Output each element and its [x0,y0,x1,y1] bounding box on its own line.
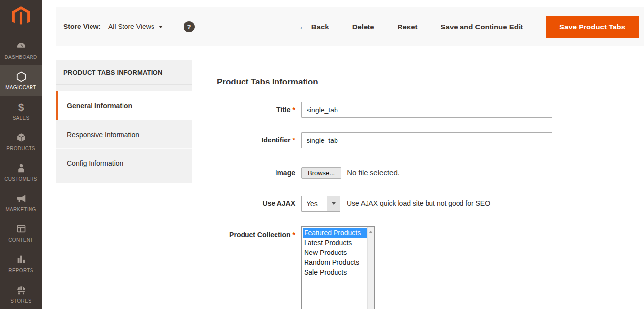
title-input[interactable] [301,102,552,118]
back-arrow-icon: ← [299,23,307,30]
sidebar-divider [4,33,38,33]
product-collection-label: Product Collection* [217,226,295,239]
identifier-input[interactable] [301,132,552,148]
chevron-down-icon[interactable] [159,26,163,28]
delete-button[interactable]: Delete [352,23,374,31]
help-icon[interactable]: ? [184,21,195,32]
store-view-value[interactable]: All Store Views [108,23,154,30]
magento-logo-icon[interactable] [0,0,42,33]
product-collection-row: Product Collection* Featured Products La… [217,226,375,309]
store-view-label: Store View: [63,23,101,30]
sidebar-item-sales[interactable]: $ SALES [0,96,42,126]
sidebar-item-label: DASHBOARD [4,55,37,60]
select-scrollbar[interactable] [367,227,374,309]
stores-icon [16,284,27,296]
sidebar-item-label: CUSTOMERS [4,176,37,182]
use-ajax-row: Use AJAX Yes Use AJAX quick load site bu… [217,196,490,212]
tab-responsive-information[interactable]: Responsive Information [56,120,192,148]
sidebar-item-label: MARKETING [5,207,36,212]
option-featured-products[interactable]: Featured Products [303,228,367,238]
sidebar-item-magiccart[interactable]: MAGICCART [0,65,42,96]
sidebar-item-customers[interactable]: CUSTOMERS [0,157,42,187]
use-ajax-select[interactable]: Yes [301,196,340,212]
required-mark: * [293,106,295,113]
section-tabs-panel: PRODUCT TABS INFORMATION General Informa… [56,60,192,183]
option-latest-products[interactable]: Latest Products [303,238,367,248]
admin-sidebar: DASHBOARD MAGICCART $ SALES PR [0,0,42,309]
required-mark: * [293,231,295,239]
sidebar-item-dashboard[interactable]: DASHBOARD [0,35,42,65]
content-icon [16,223,27,235]
sidebar-item-label: CONTENT [8,237,33,243]
products-icon [16,132,27,143]
back-button[interactable]: ← Back [299,23,329,31]
option-new-products[interactable]: New Products [303,248,367,257]
panel-header: PRODUCT TABS INFORMATION [56,60,192,85]
product-collection-select: Featured Products Latest Products New Pr… [301,226,375,309]
required-mark: * [293,136,295,144]
sidebar-nav: DASHBOARD MAGICCART $ SALES PR [0,35,42,309]
magiccart-icon [15,71,27,83]
store-view-switcher: Store View: All Store Views ? [63,21,195,32]
option-sale-products[interactable]: Sale Products [303,267,367,277]
image-label: Image [217,167,295,179]
sidebar-item-content[interactable]: CONTENT [0,218,42,248]
title-row: Title* [217,102,552,118]
tab-config-information[interactable]: Config Information [56,148,192,177]
save-and-continue-button[interactable]: Save and Continue Edit [441,23,523,31]
sidebar-item-products[interactable]: PRODUCTS [0,126,42,157]
title-divider [217,92,636,92]
sidebar-item-label: MAGICCART [5,85,36,90]
sidebar-item-reports[interactable]: REPORTS [0,248,42,279]
dashboard-icon [16,40,27,52]
customers-icon [16,162,27,174]
action-buttons: ← Back Delete Reset Save and Continue Ed… [299,16,644,38]
marketing-icon [16,193,27,204]
sidebar-item-label: STORES [10,298,31,304]
reports-icon [16,253,27,265]
reset-button[interactable]: Reset [398,23,418,31]
title-label: Title* [217,102,295,118]
browse-button[interactable]: Browse... [301,167,341,179]
scrollbar-up-icon [369,231,373,233]
back-button-label: Back [311,23,329,31]
identifier-label: Identifier* [217,132,295,148]
identifier-row: Identifier* [217,132,552,148]
use-ajax-note: Use AJAX quick load site but not good fo… [347,196,490,212]
page-actions-toolbar: Store View: All Store Views ? ← Back Del… [56,7,644,46]
option-random-products[interactable]: Random Products [303,257,367,267]
sidebar-item-stores[interactable]: STORES [0,279,42,309]
sidebar-item-label: PRODUCTS [6,146,35,151]
sidebar-item-label: REPORTS [8,268,33,273]
image-row: Image Browse... No file selected. [217,167,399,179]
page-title: Product Tabs Information [217,77,318,87]
sales-icon: $ [18,101,24,113]
use-ajax-label: Use AJAX [217,196,295,212]
select-arrow-box[interactable] [327,196,340,211]
file-status-text: No file selected. [347,167,399,179]
tab-general-information[interactable]: General Information [56,91,192,120]
use-ajax-selected-value: Yes [302,196,327,211]
panel-spacer [56,85,192,91]
save-product-tabs-button[interactable]: Save Product Tabs [546,16,639,38]
chevron-down-icon [332,202,336,205]
sidebar-item-marketing[interactable]: MARKETING [0,187,42,218]
sidebar-item-label: SALES [13,115,30,121]
